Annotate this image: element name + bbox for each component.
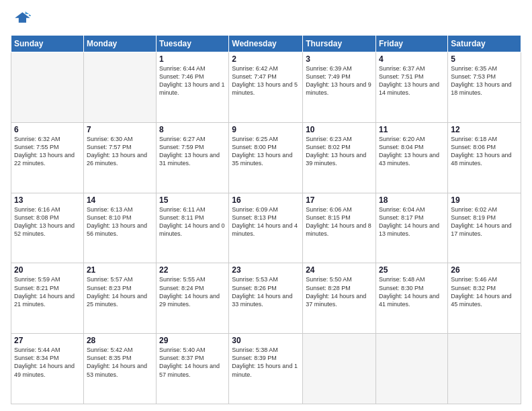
day-number: 19	[451, 195, 518, 205]
calendar-cell	[83, 52, 156, 123]
calendar-cell: 7Sunrise: 6:30 AM Sunset: 7:57 PM Daylig…	[83, 122, 156, 193]
day-number: 15	[159, 195, 226, 205]
day-number: 5	[451, 54, 518, 64]
calendar-cell: 30Sunrise: 5:38 AM Sunset: 8:39 PM Dayli…	[229, 334, 303, 404]
week-row-2: 13Sunrise: 6:16 AM Sunset: 8:08 PM Dayli…	[11, 193, 521, 263]
day-info: Sunrise: 5:42 AM Sunset: 8:35 PM Dayligh…	[87, 346, 153, 379]
day-number: 11	[379, 125, 445, 134]
calendar-cell: 29Sunrise: 5:40 AM Sunset: 8:37 PM Dayli…	[157, 334, 229, 404]
day-info: Sunrise: 5:59 AM Sunset: 8:21 PM Dayligh…	[14, 275, 81, 308]
day-number: 10	[306, 125, 373, 134]
day-number: 23	[232, 265, 300, 275]
weekday-friday: Friday	[376, 36, 448, 52]
day-number: 14	[87, 195, 153, 205]
day-info: Sunrise: 6:09 AM Sunset: 8:13 PM Dayligh…	[232, 205, 300, 238]
calendar-cell: 25Sunrise: 5:48 AM Sunset: 8:30 PM Dayli…	[376, 263, 448, 334]
day-number: 7	[87, 125, 153, 134]
day-number: 24	[306, 265, 373, 275]
day-number: 22	[159, 265, 226, 275]
day-info: Sunrise: 5:40 AM Sunset: 8:37 PM Dayligh…	[159, 346, 226, 379]
day-number: 4	[379, 54, 445, 64]
calendar-cell	[11, 52, 84, 123]
weekday-sunday: Sunday	[11, 36, 84, 52]
day-info: Sunrise: 6:42 AM Sunset: 7:47 PM Dayligh…	[232, 64, 300, 97]
weekday-wednesday: Wednesday	[229, 36, 303, 52]
weekday-thursday: Thursday	[303, 36, 376, 52]
calendar-cell: 3Sunrise: 6:39 AM Sunset: 7:49 PM Daylig…	[303, 52, 376, 123]
day-info: Sunrise: 6:25 AM Sunset: 8:00 PM Dayligh…	[232, 135, 300, 168]
day-info: Sunrise: 6:37 AM Sunset: 7:51 PM Dayligh…	[379, 64, 445, 97]
weekday-monday: Monday	[83, 36, 156, 52]
page: SundayMondayTuesdayWednesdayThursdayFrid…	[0, 0, 532, 411]
calendar-cell: 19Sunrise: 6:02 AM Sunset: 8:19 PM Dayli…	[448, 193, 521, 263]
calendar-table: SundayMondayTuesdayWednesdayThursdayFrid…	[11, 35, 521, 404]
calendar-cell: 23Sunrise: 5:53 AM Sunset: 8:26 PM Dayli…	[229, 263, 303, 334]
day-number: 2	[232, 54, 300, 64]
calendar-cell	[376, 334, 448, 404]
day-info: Sunrise: 6:18 AM Sunset: 8:06 PM Dayligh…	[451, 135, 518, 168]
day-info: Sunrise: 6:02 AM Sunset: 8:19 PM Dayligh…	[451, 205, 518, 238]
day-number: 17	[306, 195, 373, 205]
day-number: 6	[14, 125, 81, 134]
week-row-4: 27Sunrise: 5:44 AM Sunset: 8:34 PM Dayli…	[11, 334, 521, 404]
calendar-cell: 22Sunrise: 5:55 AM Sunset: 8:24 PM Dayli…	[157, 263, 229, 334]
header	[11, 8, 521, 30]
calendar-cell: 21Sunrise: 5:57 AM Sunset: 8:23 PM Dayli…	[83, 263, 156, 334]
day-info: Sunrise: 5:44 AM Sunset: 8:34 PM Dayligh…	[14, 346, 81, 379]
day-number: 18	[379, 195, 445, 205]
calendar-cell: 2Sunrise: 6:42 AM Sunset: 7:47 PM Daylig…	[229, 52, 303, 123]
day-info: Sunrise: 6:06 AM Sunset: 8:15 PM Dayligh…	[306, 205, 373, 238]
day-info: Sunrise: 6:32 AM Sunset: 7:55 PM Dayligh…	[14, 135, 81, 168]
logo	[11, 8, 31, 30]
day-number: 16	[232, 195, 300, 205]
day-number: 13	[14, 195, 81, 205]
day-info: Sunrise: 6:35 AM Sunset: 7:53 PM Dayligh…	[451, 64, 518, 97]
day-number: 3	[306, 54, 373, 64]
calendar-cell: 11Sunrise: 6:20 AM Sunset: 8:04 PM Dayli…	[376, 122, 448, 193]
calendar-cell: 1Sunrise: 6:44 AM Sunset: 7:46 PM Daylig…	[157, 52, 229, 123]
logo-icon	[12, 8, 31, 27]
day-info: Sunrise: 6:04 AM Sunset: 8:17 PM Dayligh…	[379, 205, 445, 238]
day-info: Sunrise: 6:27 AM Sunset: 7:59 PM Dayligh…	[159, 135, 226, 168]
day-info: Sunrise: 6:23 AM Sunset: 8:02 PM Dayligh…	[306, 135, 373, 168]
day-number: 20	[14, 265, 81, 275]
calendar-cell: 6Sunrise: 6:32 AM Sunset: 7:55 PM Daylig…	[11, 122, 84, 193]
weekday-tuesday: Tuesday	[157, 36, 229, 52]
day-number: 8	[159, 125, 226, 134]
calendar-cell: 13Sunrise: 6:16 AM Sunset: 8:08 PM Dayli…	[11, 193, 84, 263]
calendar-cell: 20Sunrise: 5:59 AM Sunset: 8:21 PM Dayli…	[11, 263, 84, 334]
day-info: Sunrise: 5:50 AM Sunset: 8:28 PM Dayligh…	[306, 275, 373, 308]
day-info: Sunrise: 5:46 AM Sunset: 8:32 PM Dayligh…	[451, 275, 518, 308]
calendar-cell	[303, 334, 376, 404]
day-info: Sunrise: 5:53 AM Sunset: 8:26 PM Dayligh…	[232, 275, 300, 308]
calendar-cell	[448, 334, 521, 404]
day-number: 28	[87, 336, 153, 345]
calendar-cell: 9Sunrise: 6:25 AM Sunset: 8:00 PM Daylig…	[229, 122, 303, 193]
weekday-saturday: Saturday	[448, 36, 521, 52]
week-row-3: 20Sunrise: 5:59 AM Sunset: 8:21 PM Dayli…	[11, 263, 521, 334]
day-number: 30	[232, 336, 300, 345]
calendar-cell: 28Sunrise: 5:42 AM Sunset: 8:35 PM Dayli…	[83, 334, 156, 404]
calendar-cell: 10Sunrise: 6:23 AM Sunset: 8:02 PM Dayli…	[303, 122, 376, 193]
calendar-cell: 15Sunrise: 6:11 AM Sunset: 8:11 PM Dayli…	[157, 193, 229, 263]
day-info: Sunrise: 6:16 AM Sunset: 8:08 PM Dayligh…	[14, 205, 81, 238]
calendar-cell: 17Sunrise: 6:06 AM Sunset: 8:15 PM Dayli…	[303, 193, 376, 263]
calendar-cell: 14Sunrise: 6:13 AM Sunset: 8:10 PM Dayli…	[83, 193, 156, 263]
calendar-cell: 27Sunrise: 5:44 AM Sunset: 8:34 PM Dayli…	[11, 334, 84, 404]
calendar-cell: 5Sunrise: 6:35 AM Sunset: 7:53 PM Daylig…	[448, 52, 521, 123]
day-info: Sunrise: 5:48 AM Sunset: 8:30 PM Dayligh…	[379, 275, 445, 308]
weekday-header-row: SundayMondayTuesdayWednesdayThursdayFrid…	[11, 36, 521, 52]
day-info: Sunrise: 5:38 AM Sunset: 8:39 PM Dayligh…	[232, 346, 300, 379]
calendar-cell: 26Sunrise: 5:46 AM Sunset: 8:32 PM Dayli…	[448, 263, 521, 334]
week-row-0: 1Sunrise: 6:44 AM Sunset: 7:46 PM Daylig…	[11, 52, 521, 123]
calendar-cell: 12Sunrise: 6:18 AM Sunset: 8:06 PM Dayli…	[448, 122, 521, 193]
day-info: Sunrise: 5:55 AM Sunset: 8:24 PM Dayligh…	[159, 275, 226, 308]
day-info: Sunrise: 5:57 AM Sunset: 8:23 PM Dayligh…	[87, 275, 153, 308]
calendar-cell: 18Sunrise: 6:04 AM Sunset: 8:17 PM Dayli…	[376, 193, 448, 263]
day-info: Sunrise: 6:44 AM Sunset: 7:46 PM Dayligh…	[159, 64, 226, 97]
calendar-cell: 4Sunrise: 6:37 AM Sunset: 7:51 PM Daylig…	[376, 52, 448, 123]
day-number: 26	[451, 265, 518, 275]
day-info: Sunrise: 6:30 AM Sunset: 7:57 PM Dayligh…	[87, 135, 153, 168]
day-number: 29	[159, 336, 226, 345]
day-info: Sunrise: 6:11 AM Sunset: 8:11 PM Dayligh…	[159, 205, 226, 238]
